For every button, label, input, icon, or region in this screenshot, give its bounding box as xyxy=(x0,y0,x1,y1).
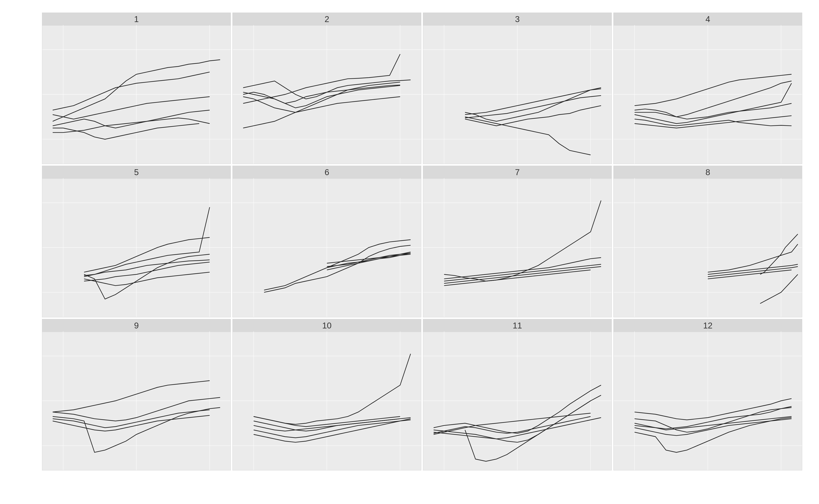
panel-4-title: 4 xyxy=(614,13,802,26)
panel-6-title: 6 xyxy=(233,166,421,179)
panel-6: 6 xyxy=(232,166,421,317)
panel-8-title: 8 xyxy=(614,166,802,179)
panel-9: 9 xyxy=(42,319,231,470)
chart-container: 1 2 xyxy=(0,0,819,504)
panel-11-title: 11 xyxy=(423,319,612,332)
panel-2: 2 xyxy=(232,13,421,164)
panel-2-title: 2 xyxy=(233,13,421,26)
panel-8: 8 xyxy=(613,166,802,317)
panel-3-title: 3 xyxy=(423,13,612,26)
panel-5-title: 5 xyxy=(42,166,231,179)
panel-5: 5 xyxy=(42,166,231,317)
panel-10: 10 xyxy=(232,319,421,470)
panel-grid: 1 2 xyxy=(42,13,802,470)
panel-10-title: 10 xyxy=(233,319,421,332)
panel-1-title: 1 xyxy=(42,13,231,26)
panel-11: 11 xyxy=(423,319,612,470)
panel-12: 12 xyxy=(613,319,802,470)
panel-7-title: 7 xyxy=(423,166,612,179)
panel-7: 7 xyxy=(423,166,612,317)
panel-12-title: 12 xyxy=(614,319,802,332)
panel-9-title: 9 xyxy=(42,319,231,332)
panel-1: 1 xyxy=(42,13,231,164)
panel-3: 3 xyxy=(423,13,612,164)
panel-4: 4 xyxy=(613,13,802,164)
